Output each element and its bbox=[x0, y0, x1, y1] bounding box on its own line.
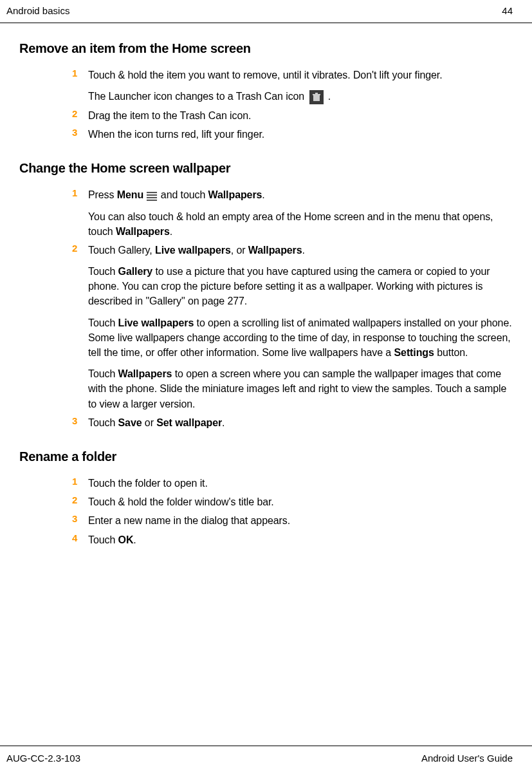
step-body: Press Menu and touch Wallpapers. You can… bbox=[88, 187, 513, 239]
step-1: 1 Press Menu and touch Wallpapers. You c… bbox=[19, 187, 513, 239]
section-rename-folder: Rename a folder 1 Touch the folder to op… bbox=[19, 449, 513, 547]
step-text: Touch & hold the folder window's title b… bbox=[88, 494, 513, 509]
step-body: Touch the folder to open it. bbox=[88, 476, 513, 491]
step-body: When the icon turns red, lift your finge… bbox=[88, 127, 513, 142]
step-2: 2 Touch & hold the folder window's title… bbox=[19, 494, 513, 509]
step-number: 3 bbox=[72, 513, 88, 524]
step-number: 1 bbox=[72, 68, 88, 79]
page-header: Android basics 44 bbox=[0, 0, 532, 23]
step-text: You can also touch & hold an empty area … bbox=[88, 209, 513, 239]
step-text: The Launcher icon changes to a Trash Can… bbox=[88, 89, 513, 104]
step-text: Touch Live wallpapers to open a scrollin… bbox=[88, 315, 513, 361]
step-2: 2 Touch Gallery, Live wallpapers, or Wal… bbox=[19, 243, 513, 411]
step-text: Touch Gallery, Live wallpapers, or Wallp… bbox=[88, 243, 513, 258]
step-body: Touch & hold the folder window's title b… bbox=[88, 494, 513, 509]
menu-icon bbox=[147, 192, 157, 200]
footer-right: Android User's Guide bbox=[421, 753, 513, 764]
page-content: Remove an item from the Home screen 1 To… bbox=[0, 41, 532, 547]
section-wallpaper: Change the Home screen wallpaper 1 Press… bbox=[19, 161, 513, 430]
step-body: Touch & hold the item you want to remove… bbox=[88, 68, 513, 104]
step-number: 2 bbox=[72, 494, 88, 505]
step-body: Touch Save or Set wallpaper. bbox=[88, 415, 513, 430]
step-body: Touch Gallery, Live wallpapers, or Wallp… bbox=[88, 243, 513, 411]
step-number: 3 bbox=[72, 415, 88, 426]
step-number: 1 bbox=[72, 187, 88, 198]
section-remove-item: Remove an item from the Home screen 1 To… bbox=[19, 41, 513, 142]
step-2: 2 Drag the item to the Trash Can icon. bbox=[19, 108, 513, 123]
step-text: Touch Save or Set wallpaper. bbox=[88, 415, 513, 430]
step-1: 1 Touch & hold the item you want to remo… bbox=[19, 68, 513, 104]
step-text: Touch & hold the item you want to remove… bbox=[88, 68, 513, 82]
step-number: 1 bbox=[72, 476, 88, 487]
step-body: Enter a new name in the dialog that appe… bbox=[88, 513, 513, 528]
step-text: Touch OK. bbox=[88, 532, 513, 547]
step-3: 3 Enter a new name in the dialog that ap… bbox=[19, 513, 513, 528]
step-body: Touch OK. bbox=[88, 532, 513, 547]
step-number: 2 bbox=[72, 108, 88, 119]
section-title: Remove an item from the Home screen bbox=[19, 41, 513, 56]
step-1: 1 Touch the folder to open it. bbox=[19, 476, 513, 491]
step-3: 3 When the icon turns red, lift your fin… bbox=[19, 127, 513, 142]
header-left: Android basics bbox=[6, 5, 69, 16]
footer-left: AUG-CC-2.3-103 bbox=[6, 753, 80, 764]
step-number: 4 bbox=[72, 532, 88, 543]
step-text: Touch Gallery to use a picture that you … bbox=[88, 264, 513, 309]
page-number: 44 bbox=[502, 5, 513, 16]
step-number: 2 bbox=[72, 243, 88, 254]
page-footer: AUG-CC-2.3-103 Android User's Guide bbox=[0, 746, 532, 770]
section-title: Change the Home screen wallpaper bbox=[19, 161, 513, 176]
step-text: Touch Wallpapers to open a screen where … bbox=[88, 366, 513, 411]
section-title: Rename a folder bbox=[19, 449, 513, 464]
step-text: Drag the item to the Trash Can icon. bbox=[88, 108, 513, 123]
step-body: Drag the item to the Trash Can icon. bbox=[88, 108, 513, 123]
step-4: 4 Touch OK. bbox=[19, 532, 513, 547]
trash-can-icon bbox=[309, 90, 324, 104]
step-text: Enter a new name in the dialog that appe… bbox=[88, 513, 513, 528]
step-text: Touch the folder to open it. bbox=[88, 476, 513, 491]
step-3: 3 Touch Save or Set wallpaper. bbox=[19, 415, 513, 430]
step-text: When the icon turns red, lift your finge… bbox=[88, 127, 513, 142]
step-text: Press Menu and touch Wallpapers. bbox=[88, 187, 513, 202]
step-number: 3 bbox=[72, 127, 88, 138]
